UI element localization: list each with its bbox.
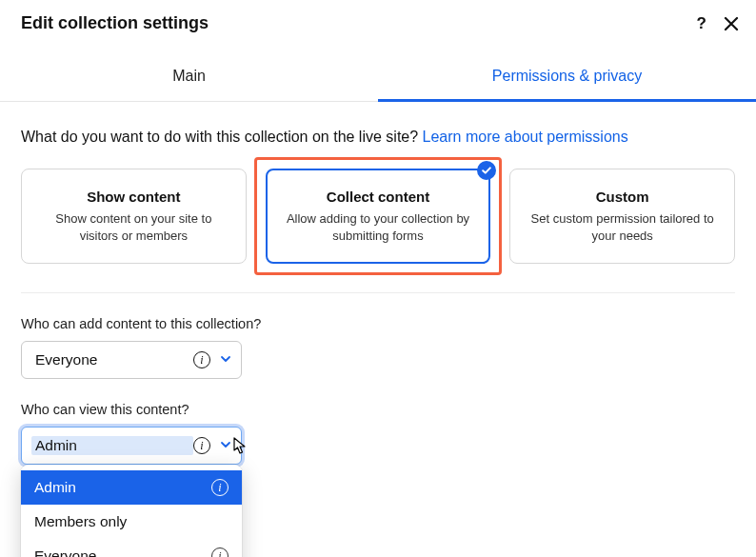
- card-custom-desc: Set custom permission tailored to your n…: [524, 210, 721, 244]
- page-title: Edit collection settings: [21, 13, 209, 33]
- info-icon[interactable]: i: [211, 547, 229, 557]
- option-members-only[interactable]: Members only: [21, 505, 242, 539]
- view-content-select[interactable]: Admin i: [21, 427, 242, 465]
- option-everyone[interactable]: Everyone i: [21, 539, 242, 557]
- card-custom-title: Custom: [524, 189, 721, 205]
- card-custom[interactable]: Custom Set custom permission tailored to…: [509, 169, 735, 264]
- card-collect-desc: Allow adding to your collection by submi…: [281, 210, 476, 244]
- card-show-desc: Show content on your site to visitors or…: [35, 210, 232, 244]
- add-content-label: Who can add content to this collection?: [21, 316, 735, 331]
- help-icon[interactable]: ?: [697, 15, 706, 31]
- divider: [21, 292, 735, 293]
- permissions-question: What do you want to do with this collect…: [21, 129, 735, 146]
- tab-permissions[interactable]: Permissions & privacy: [378, 54, 756, 102]
- info-icon[interactable]: i: [193, 351, 210, 368]
- card-collect-title: Collect content: [281, 189, 476, 205]
- add-content-select[interactable]: Everyone i: [21, 341, 242, 379]
- add-content-value: Everyone: [35, 351, 193, 368]
- view-content-dropdown: Admin i Members only Everyone i: [21, 465, 242, 557]
- chevron-down-icon: [220, 437, 231, 454]
- tabs: Main Permissions & privacy: [0, 54, 756, 102]
- option-members-label: Members only: [34, 513, 229, 530]
- close-icon[interactable]: [724, 16, 739, 31]
- info-icon[interactable]: i: [211, 479, 229, 496]
- info-icon[interactable]: i: [193, 437, 210, 454]
- option-admin[interactable]: Admin i: [21, 470, 242, 505]
- view-content-value: Admin: [31, 436, 193, 455]
- card-show-content[interactable]: Show content Show content on your site t…: [21, 169, 247, 264]
- card-collect-content[interactable]: Collect content Allow adding to your col…: [266, 169, 491, 264]
- question-text: What do you want to do with this collect…: [21, 129, 423, 145]
- card-show-title: Show content: [35, 189, 232, 205]
- chevron-down-icon: [220, 351, 231, 368]
- tab-main[interactable]: Main: [0, 54, 378, 101]
- option-admin-label: Admin: [34, 479, 211, 496]
- check-icon: [477, 161, 496, 180]
- option-everyone-label: Everyone: [34, 547, 211, 557]
- learn-more-link[interactable]: Learn more about permissions: [423, 129, 628, 145]
- view-content-label: Who can view this content?: [21, 402, 735, 417]
